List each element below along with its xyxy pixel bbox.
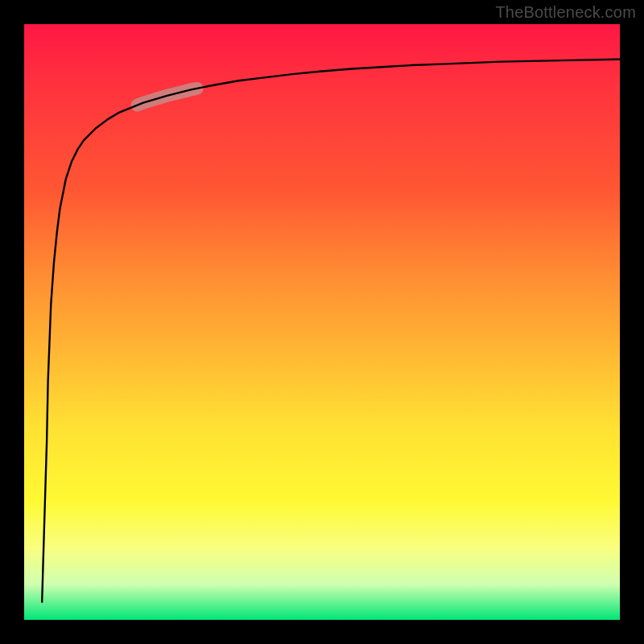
- plot-area: [24, 24, 620, 620]
- curve-layer: [24, 24, 620, 620]
- attribution-text: TheBottleneck.com: [495, 3, 636, 22]
